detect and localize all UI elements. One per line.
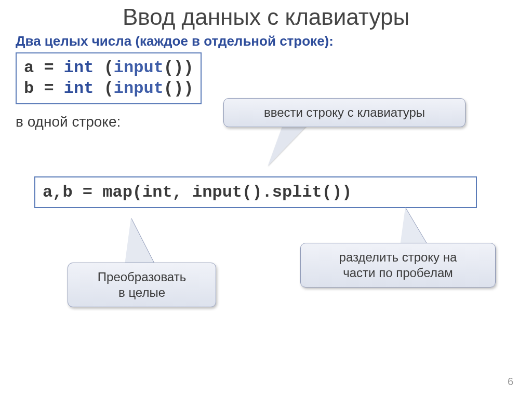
code-text: (). [242,183,272,202]
code-text: ()) [322,183,352,202]
keyword-int: int [142,183,172,202]
keyword-int: int [64,58,94,77]
code-text: ( [94,79,113,98]
callout-line: части по пробелам [312,265,484,281]
code-block-two-lines: a = int (input()) b = int (input()) [16,52,202,104]
keyword-input: input [114,58,164,77]
keyword-map: map [102,183,132,202]
code-text: a,b = [43,183,102,202]
callout-input-string: ввести строку с клавиатуры [223,98,466,127]
slide-title: Ввод данных с клавиатуры [0,4,532,30]
callout-split-spaces: разделить строку на части по пробелам [300,243,496,287]
code-line-2: b = int (input()) [24,78,193,99]
code-text: ()) [164,58,194,77]
code-text: ( [132,183,142,202]
code-text: a = [24,58,64,77]
code-text: , [172,183,192,202]
code-text: b = [24,79,64,98]
keyword-int: int [64,79,94,98]
callout-pointer [268,125,308,166]
callout-pointer [400,208,428,246]
subtitle: Два целых числа (каждое в отдельной стро… [16,33,532,49]
page-number: 6 [508,376,513,388]
callout-line: в целые [79,285,204,300]
code-block-map: a,b = map(int, input().split()) [34,176,477,208]
keyword-split: split [272,183,322,202]
callout-pointer [125,218,155,265]
callout-line: разделить строку на [312,250,484,265]
callout-line: Преобразовать [79,269,204,285]
code-line-1: a = int (input()) [24,58,193,78]
keyword-input: input [192,183,242,202]
code-text: ()) [164,79,194,98]
callout-convert-int: Преобразовать в целые [68,263,216,307]
keyword-input: input [114,79,164,98]
code-text: ( [94,58,113,77]
